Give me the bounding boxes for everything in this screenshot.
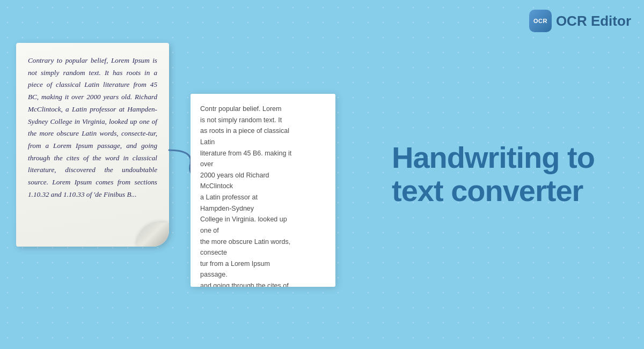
app-logo: OCR — [529, 10, 552, 32]
hero-line1: Handwriting to — [392, 140, 595, 174]
ocr-line: Contr popular belief. Lorem — [200, 103, 326, 115]
ocr-line: consecte — [200, 247, 326, 258]
hero-heading: Handwriting to text converter — [392, 141, 617, 208]
ocr-line: passage. — [200, 269, 326, 280]
ocr-line: College in Virginia. looked up — [200, 214, 326, 225]
logo-text: OCR — [533, 18, 547, 24]
ocr-line: tur from a Lorem Ipsum — [200, 258, 326, 270]
ocr-line: the more obscure Latin words, — [200, 236, 326, 248]
app-title: OCR Editor — [556, 13, 631, 29]
handwriting-text: Contrary to popular belief, Lorem Ipsum … — [28, 55, 157, 201]
ocr-line: Latin — [200, 137, 326, 148]
ocr-line: 2000 years old Richard — [200, 170, 326, 181]
ocr-result-text: Contr popular belief. Loremis not simply… — [200, 103, 326, 287]
ocr-result-document: Contr popular belief. Loremis not simply… — [191, 94, 335, 287]
header: OCR OCR Editor — [529, 10, 631, 32]
hero-section: Handwriting to text converter — [392, 141, 617, 208]
ocr-line: over — [200, 159, 326, 170]
ocr-line: is not simply random text. It — [200, 115, 326, 126]
ocr-line: a Latin professor at — [200, 192, 326, 203]
ocr-line: McClintock — [200, 181, 326, 192]
ocr-line: as roots in a piece of classical — [200, 125, 326, 137]
paper-background: Contrary to popular belief, Lorem Ipsum … — [16, 43, 169, 247]
hero-line2: text converter — [392, 174, 583, 208]
ocr-line: literature from 45 B6. making it — [200, 148, 326, 159]
ocr-line: one of — [200, 225, 326, 236]
ocr-line: and going through the cites of — [200, 280, 326, 287]
handwriting-document: Contrary to popular belief, Lorem Ipsum … — [16, 43, 169, 247]
ocr-line: Hampden-Sydney — [200, 203, 326, 214]
